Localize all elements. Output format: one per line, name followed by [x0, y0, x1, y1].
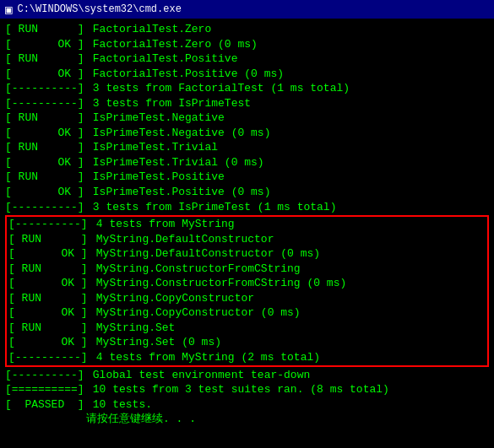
- line-tag: [ RUN ]: [8, 291, 90, 306]
- line-content: MyString.DefaultConstructor: [90, 232, 274, 247]
- line-tag: [ RUN ]: [8, 232, 90, 247]
- terminal-line: [----------] Global test environment tea…: [5, 368, 489, 383]
- terminal-line: [==========] 10 tests from 3 test suites…: [5, 382, 489, 397]
- line-content: FactorialTest.Positive: [86, 51, 237, 67]
- line-tag: [ OK ]: [8, 305, 90, 321]
- terminal-line: [ OK ] MyString.CopyConstructor (0 ms): [8, 305, 486, 321]
- line-tag: [----------]: [5, 200, 86, 215]
- title-bar-icon: ▣: [5, 3, 12, 17]
- line-tag: [----------]: [8, 350, 90, 365]
- line-tag: [ RUN ]: [8, 262, 90, 277]
- line-content: FactorialTest.Positive (0 ms): [86, 67, 284, 82]
- line-tag: [ RUN ]: [8, 321, 90, 336]
- line-tag: [----------]: [5, 96, 86, 111]
- terminal-line: [ OK ] IsPrimeTest.Positive (0 ms): [5, 185, 489, 200]
- terminal-line: [ RUN ] IsPrimeTest.Positive: [5, 170, 489, 185]
- terminal-line: [ RUN ] MyString.Set: [8, 321, 486, 336]
- terminal-line: [ RUN ] MyString.CopyConstructor: [8, 291, 486, 306]
- terminal-line: [ OK ] MyString.Set (0 ms): [8, 335, 486, 350]
- terminal-line: [ PASSED ] 10 tests.: [5, 397, 489, 413]
- terminal-line: [ OK ] FactorialTest.Zero (0 ms): [5, 37, 489, 52]
- line-content: 3 tests from IsPrimeTest (1 ms total): [86, 200, 336, 215]
- line-tag: [==========]: [5, 382, 86, 397]
- line-tag: [ OK ]: [5, 185, 86, 200]
- line-content: MyString.CopyConstructor: [90, 291, 254, 306]
- line-tag: [ OK ]: [8, 246, 90, 262]
- title-bar: ▣ C:\WINDOWS\system32\cmd.exe: [0, 0, 494, 19]
- line-content: IsPrimeTest.Positive (0 ms): [86, 185, 270, 200]
- terminal-line: [ RUN ] MyString.DefaultConstructor: [8, 232, 486, 247]
- line-tag: [ PASSED ]: [5, 397, 86, 413]
- line-tag: [ RUN ]: [5, 140, 86, 155]
- terminal-line: [----------] 4 tests from MyString (2 ms…: [8, 350, 486, 365]
- line-tag: [ RUN ]: [5, 22, 86, 37]
- line-content: 3 tests from IsPrimeTest: [86, 96, 251, 111]
- line-tag: [ OK ]: [8, 335, 90, 350]
- line-tag: [----------]: [8, 217, 90, 232]
- line-content: 4 tests from MyString: [90, 217, 235, 232]
- line-content: Global test environment tear-down: [86, 368, 310, 383]
- line-tag: [----------]: [5, 368, 86, 383]
- line-content: 请按任意键继续. . .: [86, 412, 196, 427]
- line-content: IsPrimeTest.Trivial (0 ms): [86, 155, 264, 170]
- terminal-line: [ OK ] MyString.DefaultConstructor (0 ms…: [8, 246, 486, 262]
- line-content: FactorialTest.Zero (0 ms): [86, 37, 258, 52]
- terminal-line: [ RUN ] IsPrimeTest.Negative: [5, 111, 489, 126]
- terminal-line: [ RUN ] IsPrimeTest.Trivial: [5, 140, 489, 155]
- line-tag: [----------]: [5, 81, 86, 96]
- mystring-box: [----------] 4 tests from MyString[ RUN …: [5, 215, 489, 366]
- terminal-line: [ OK ] IsPrimeTest.Negative (0 ms): [5, 126, 489, 141]
- terminal-line: [ OK ] IsPrimeTest.Trivial (0 ms): [5, 155, 489, 170]
- line-content: 10 tests.: [86, 397, 152, 413]
- line-tag: [ RUN ]: [5, 170, 86, 185]
- terminal-line: [ OK ] FactorialTest.Positive (0 ms): [5, 67, 489, 82]
- terminal-line: [ OK ] MyString.ConstructorFromCString (…: [8, 276, 486, 291]
- terminal-line: [----------] 4 tests from MyString: [8, 217, 486, 232]
- line-content: 3 tests from FactorialTest (1 ms total): [86, 81, 350, 96]
- terminal-line: [----------] 3 tests from IsPrimeTest: [5, 96, 489, 111]
- terminal-line: [ RUN ] MyString.ConstructorFromCString: [8, 262, 486, 277]
- line-content: MyString.ConstructorFromCString: [90, 262, 301, 277]
- line-content: IsPrimeTest.Negative: [86, 111, 225, 126]
- line-tag: [ OK ]: [5, 126, 86, 141]
- terminal-line: [ RUN ] FactorialTest.Zero: [5, 22, 489, 37]
- line-tag: [ RUN ]: [5, 51, 86, 67]
- line-content: 4 tests from MyString (2 ms total): [90, 350, 320, 365]
- line-tag: [ OK ]: [5, 155, 86, 170]
- terminal-line: [----------] 3 tests from FactorialTest …: [5, 81, 489, 96]
- line-content: 10 tests from 3 test suites ran. (8 ms t…: [86, 382, 389, 397]
- line-content: MyString.Set (0 ms): [90, 335, 221, 350]
- line-content: MyString.ConstructorFromCString (0 ms): [90, 276, 346, 291]
- line-tag: [ OK ]: [5, 37, 86, 52]
- line-tag: [ RUN ]: [5, 111, 86, 126]
- terminal-line: [----------] 3 tests from IsPrimeTest (1…: [5, 200, 489, 215]
- line-content: IsPrimeTest.Trivial: [86, 140, 218, 155]
- line-content: MyString.DefaultConstructor (0 ms): [90, 246, 320, 262]
- line-content: IsPrimeTest.Positive: [86, 170, 225, 185]
- line-tag: [ OK ]: [8, 276, 90, 291]
- terminal-line: [ RUN ] FactorialTest.Positive: [5, 51, 489, 67]
- terminal-line: 请按任意键继续. . .: [5, 412, 489, 427]
- line-content: MyString.CopyConstructor (0 ms): [90, 305, 301, 321]
- line-content: MyString.Set: [90, 321, 175, 336]
- line-content: FactorialTest.Zero: [86, 22, 211, 37]
- terminal: [ RUN ] FactorialTest.Zero[ OK ] Factori…: [0, 19, 494, 448]
- line-tag: [ OK ]: [5, 67, 86, 82]
- title-bar-title: C:\WINDOWS\system32\cmd.exe: [17, 3, 181, 15]
- line-content: IsPrimeTest.Negative (0 ms): [86, 126, 270, 141]
